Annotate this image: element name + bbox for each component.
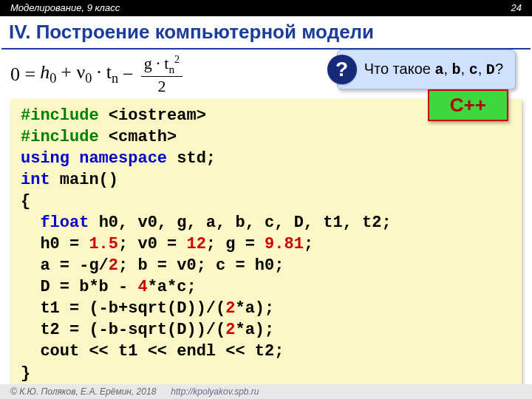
copyright: © К.Ю. Поляков, Е.А. Ерёмин, 2018 (10, 384, 156, 399)
footer: © К.Ю. Поляков, Е.А. Ерёмин, 2018 http:/… (0, 384, 532, 399)
callout-text: Что такое a, b, c, D? (364, 61, 503, 78)
code-block: #include <iostream> #include <cmath> usi… (10, 99, 522, 391)
footer-url: http://kpolyakov.spb.ru (171, 384, 259, 399)
formula: 0 = h0 + ν0 · tn − g · tn2 2 (10, 54, 183, 95)
fraction: g · tn2 2 (141, 54, 183, 95)
question-icon: ? (327, 55, 357, 84)
page-title: IV. Построение компьютерной модели (1, 16, 531, 50)
page-number: 24 (511, 0, 522, 16)
question-callout: ? Что такое a, b, c, D? (337, 50, 516, 89)
top-bar: Моделирование, 9 класс 24 (0, 0, 532, 16)
subject-label: Моделирование, 9 класс (10, 0, 120, 16)
content: 0 = h0 + ν0 · tn − g · tn2 2 ? Что такое… (0, 50, 532, 392)
language-tag: C++ (428, 89, 508, 121)
formula-lhs: 0 = (10, 64, 35, 86)
